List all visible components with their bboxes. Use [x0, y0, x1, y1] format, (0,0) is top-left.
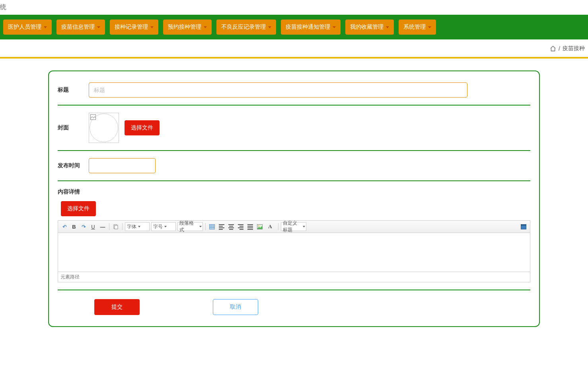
- editor-status-bar: 元素路径: [58, 272, 530, 282]
- font-size-selected: 字号: [153, 223, 163, 230]
- form-row-cover: 封面 选择文件: [58, 113, 530, 151]
- form-row-detail: 内容详情 选择文件 ↶ B ↷ U — 字体: [58, 188, 530, 282]
- cover-preview: [89, 113, 119, 143]
- nav-item-system[interactable]: 系统管理: [399, 20, 436, 35]
- form-row-title: 标题: [58, 82, 530, 106]
- font-color-icon[interactable]: A: [265, 223, 276, 231]
- publish-time-label: 发布时间: [58, 162, 89, 169]
- chevron-down-icon: [97, 26, 100, 28]
- undo-icon[interactable]: ↶: [60, 223, 68, 231]
- align-right-icon[interactable]: [237, 223, 245, 231]
- align-left-icon[interactable]: [218, 223, 226, 231]
- nav-item-label: 疫苗接种通知管理: [286, 23, 330, 31]
- toolbar-separator: [278, 223, 278, 230]
- toolbar-separator: [109, 223, 109, 230]
- svg-rect-3: [210, 224, 215, 229]
- font-size-select[interactable]: 字号: [151, 222, 176, 231]
- fullscreen-icon[interactable]: [520, 223, 528, 231]
- svg-point-9: [258, 225, 259, 226]
- image-icon[interactable]: [256, 223, 264, 231]
- toolbar-separator: [122, 223, 123, 230]
- nav-item-label: 预约接种管理: [168, 23, 201, 31]
- custom-title-select[interactable]: 自定义标题: [281, 222, 306, 231]
- redo-icon[interactable]: ↷: [80, 223, 88, 231]
- chevron-down-icon: [199, 226, 202, 227]
- svg-rect-11: [521, 224, 526, 225]
- publish-time-input[interactable]: [89, 158, 156, 173]
- underline-icon[interactable]: U: [89, 223, 97, 231]
- chevron-down-icon: [333, 26, 336, 28]
- nav-item-label: 我的收藏管理: [350, 23, 384, 31]
- detail-choose-file-button[interactable]: 选择文件: [61, 201, 96, 216]
- toolbar-separator: [205, 223, 206, 230]
- nav-item-favorites[interactable]: 我的收藏管理: [345, 20, 394, 35]
- paragraph-format-selected: 段落格式: [179, 220, 198, 233]
- broken-image-icon: [90, 114, 96, 120]
- nav-item-inoculation-record[interactable]: 接种记录管理: [110, 20, 158, 35]
- cover-label: 封面: [58, 124, 89, 131]
- title-label: 标题: [58, 86, 89, 94]
- nav-item-staff-manage[interactable]: 医护人员管理: [3, 20, 52, 35]
- strikethrough-icon[interactable]: —: [99, 223, 107, 231]
- chevron-down-icon: [204, 26, 207, 28]
- partial-system-title: 统: [0, 0, 588, 15]
- cancel-button[interactable]: 取消: [213, 299, 258, 315]
- form-actions: 提交 取消: [58, 299, 530, 315]
- table-icon[interactable]: [208, 223, 216, 231]
- chevron-down-icon: [164, 226, 167, 227]
- editor-toolbar: ↶ B ↷ U — 字体 字号 段落格式: [58, 220, 530, 233]
- divider-accent: [0, 57, 588, 59]
- nav-item-label: 医护人员管理: [8, 23, 41, 31]
- breadcrumb-page: 疫苗接种: [563, 45, 585, 52]
- paragraph-format-select[interactable]: 段落格式: [177, 222, 203, 231]
- nav-item-vaccine-info[interactable]: 疫苗信息管理: [56, 20, 105, 35]
- bold-icon[interactable]: B: [70, 223, 78, 231]
- top-nav: 医护人员管理 疫苗信息管理 接种记录管理 预约接种管理 不良反应记录管理 疫苗接…: [0, 15, 588, 39]
- chevron-down-icon: [44, 26, 47, 28]
- nav-item-label: 不良反应记录管理: [221, 23, 266, 31]
- detail-label: 内容详情: [58, 188, 89, 196]
- form-row-publish-time: 发布时间: [58, 158, 530, 181]
- font-family-select[interactable]: 字体: [125, 222, 150, 231]
- nav-item-label: 系统管理: [403, 23, 426, 31]
- nav-item-appointment[interactable]: 预约接种管理: [163, 20, 212, 35]
- chevron-down-icon: [386, 26, 389, 28]
- chevron-down-icon: [303, 226, 305, 227]
- chevron-down-icon: [428, 26, 431, 28]
- breadcrumb-separator: /: [559, 45, 560, 52]
- custom-title-selected: 自定义标题: [283, 220, 301, 233]
- copy-icon[interactable]: [112, 223, 120, 231]
- title-input[interactable]: [89, 82, 467, 98]
- nav-item-label: 疫苗信息管理: [61, 23, 95, 31]
- nav-item-label: 接种记录管理: [115, 23, 148, 31]
- breadcrumb: / 疫苗接种: [0, 39, 588, 57]
- submit-button[interactable]: 提交: [94, 299, 140, 315]
- nav-item-notification[interactable]: 疫苗接种通知管理: [281, 20, 341, 35]
- nav-item-adverse-reaction[interactable]: 不良反应记录管理: [216, 20, 276, 35]
- form-card: 标题 封面 选择文件 发布时间 内容详情 选择文件: [48, 70, 540, 327]
- font-family-selected: 字体: [127, 223, 136, 230]
- align-justify-icon[interactable]: [246, 223, 254, 231]
- cover-choose-file-button[interactable]: 选择文件: [125, 120, 160, 135]
- chevron-down-icon: [268, 26, 271, 28]
- home-icon[interactable]: [550, 45, 556, 52]
- svg-rect-2: [115, 225, 118, 229]
- chevron-down-icon: [150, 26, 154, 28]
- align-center-icon[interactable]: [227, 223, 235, 231]
- editor-textarea[interactable]: [58, 233, 530, 272]
- chevron-down-icon: [138, 226, 140, 227]
